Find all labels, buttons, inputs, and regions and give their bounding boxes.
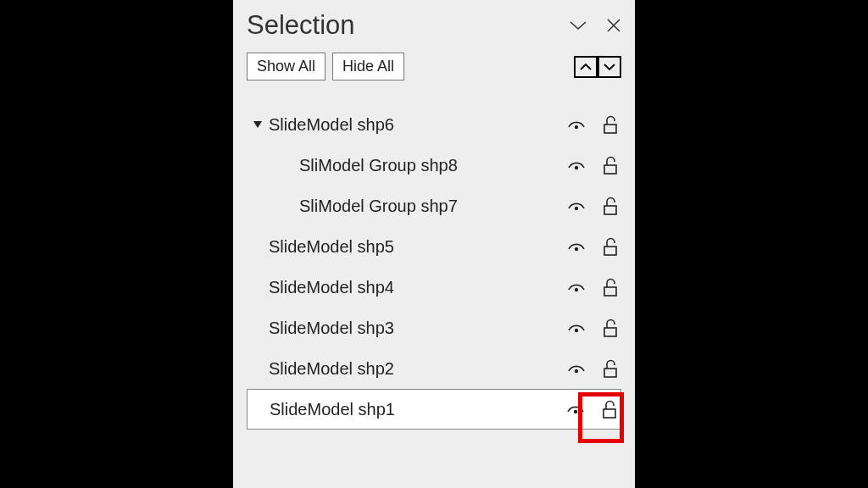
row-icons — [567, 277, 621, 297]
svg-marker-2 — [253, 121, 262, 128]
list-item[interactable]: SlideModel shp4 — [247, 267, 621, 308]
item-label[interactable]: SlideModel shp4 — [269, 278, 567, 297]
svg-point-3 — [575, 125, 578, 129]
visibility-icon[interactable] — [567, 115, 586, 134]
collapse-icon[interactable] — [569, 19, 587, 31]
item-label[interactable]: SlideModel shp5 — [269, 237, 567, 257]
list-item[interactable]: SlideModel shp6 — [247, 104, 621, 145]
svg-rect-8 — [604, 206, 616, 214]
visibility-icon[interactable] — [567, 156, 586, 175]
row-icons — [567, 155, 621, 175]
unlocked-icon[interactable] — [600, 399, 619, 419]
svg-point-9 — [575, 247, 578, 251]
visibility-icon[interactable] — [567, 197, 586, 215]
panel-header: Selection — [247, 10, 621, 41]
list-item[interactable]: SlideModel shp3 — [247, 308, 621, 348]
panel-title: Selection — [247, 10, 355, 41]
selection-panel: Selection Show All Hide All SlideModel s… — [233, 0, 635, 488]
unlocked-icon[interactable] — [601, 236, 620, 257]
row-icons — [566, 399, 620, 419]
list-item[interactable]: SlideModel shp5 — [247, 226, 621, 267]
visibility-icon[interactable] — [567, 359, 586, 378]
visibility-icon[interactable] — [567, 237, 586, 256]
header-controls — [569, 18, 621, 33]
svg-point-13 — [575, 329, 578, 332]
svg-rect-6 — [604, 165, 616, 174]
bring-forward-button[interactable] — [574, 56, 598, 78]
item-label[interactable]: SlideModel shp6 — [269, 115, 567, 135]
item-label[interactable]: SlideModel shp2 — [269, 359, 567, 379]
svg-rect-14 — [604, 328, 616, 336]
row-icons — [567, 196, 621, 216]
svg-rect-18 — [604, 409, 615, 418]
list-item[interactable]: SliModel Group shp8 — [247, 145, 621, 186]
list-item[interactable]: SliModel Group shp7 — [247, 186, 621, 226]
svg-point-11 — [575, 288, 578, 291]
unlocked-icon[interactable] — [601, 196, 620, 216]
item-label[interactable]: SliModel Group shp7 — [269, 197, 567, 216]
unlocked-icon[interactable] — [601, 277, 620, 297]
svg-rect-16 — [604, 369, 616, 377]
row-icons — [567, 114, 621, 135]
unlocked-icon[interactable] — [601, 114, 620, 135]
list-item[interactable]: SlideModel shp1 — [247, 389, 621, 430]
row-icons — [567, 236, 621, 257]
unlocked-icon[interactable] — [601, 358, 620, 379]
unlocked-icon[interactable] — [601, 318, 620, 338]
item-label[interactable]: SlideModel shp3 — [269, 319, 567, 338]
svg-rect-4 — [604, 125, 616, 133]
row-icons — [567, 358, 621, 379]
reorder-controls — [574, 56, 621, 78]
svg-point-5 — [575, 166, 578, 169]
svg-rect-10 — [604, 247, 616, 255]
row-icons — [567, 318, 621, 338]
toolbar: Show All Hide All — [247, 53, 621, 80]
visibility-icon[interactable] — [566, 400, 585, 419]
svg-point-15 — [575, 369, 578, 373]
hide-all-button[interactable]: Hide All — [332, 53, 404, 80]
send-backward-button[interactable] — [598, 56, 621, 78]
item-label[interactable]: SlideModel shp1 — [270, 400, 566, 419]
close-icon[interactable] — [606, 18, 621, 33]
visibility-icon[interactable] — [567, 319, 586, 337]
svg-point-7 — [575, 207, 578, 210]
show-all-button[interactable]: Show All — [247, 53, 326, 80]
selection-list: SlideModel shp6SliModel Group shp8SliMod… — [247, 104, 621, 430]
svg-point-17 — [574, 410, 577, 413]
list-item[interactable]: SlideModel shp2 — [247, 348, 621, 389]
unlocked-icon[interactable] — [601, 155, 620, 175]
item-label[interactable]: SliModel Group shp8 — [269, 156, 567, 175]
expand-arrow-icon[interactable] — [247, 119, 269, 130]
svg-rect-12 — [604, 287, 616, 296]
visibility-icon[interactable] — [567, 278, 586, 297]
